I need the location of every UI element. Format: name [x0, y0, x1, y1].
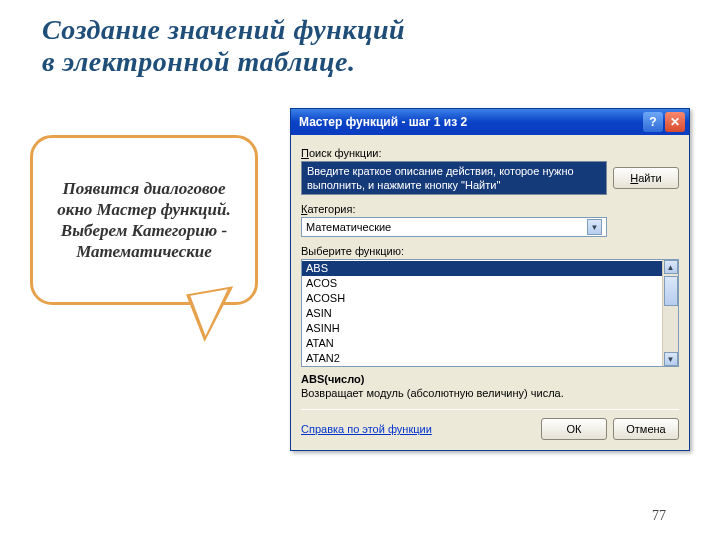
- list-item[interactable]: ATAN2: [302, 351, 678, 366]
- callout-tail: [186, 286, 242, 344]
- callout-text: Появится диалоговое окно Мастер функций.…: [49, 178, 239, 263]
- function-wizard-dialog: Мастер функций - шаг 1 из 2 ? ✕ Поиск фу…: [290, 108, 690, 451]
- instruction-callout: Появится диалоговое окно Мастер функций.…: [30, 135, 258, 305]
- function-signature: ABS(число): [301, 373, 679, 385]
- function-description: Возвращает модуль (абсолютную величину) …: [301, 387, 679, 399]
- scroll-down-icon[interactable]: ▼: [664, 352, 678, 366]
- list-item[interactable]: ATAN: [302, 336, 678, 351]
- category-select[interactable]: Математические ▼: [301, 217, 607, 237]
- search-input[interactable]: Введите краткое описание действия, котор…: [301, 161, 607, 195]
- dialog-titlebar[interactable]: Мастер функций - шаг 1 из 2 ? ✕: [291, 109, 689, 135]
- category-value: Математические: [306, 221, 391, 233]
- chevron-down-icon[interactable]: ▼: [587, 219, 602, 235]
- dialog-title: Мастер функций - шаг 1 из 2: [299, 115, 467, 129]
- find-button-rest: айти: [638, 172, 661, 184]
- list-item[interactable]: ABS: [302, 261, 678, 276]
- page-number: 77: [652, 508, 666, 524]
- search-label-rest: оиск функции:: [309, 147, 382, 159]
- function-listbox[interactable]: ABS ACOS ACOSH ASIN ASINH ATAN ATAN2 ▲ ▼: [301, 259, 679, 367]
- help-link[interactable]: Справка по этой функции: [301, 423, 535, 435]
- search-label: Поиск функции:: [301, 147, 679, 159]
- category-label: Категория:: [301, 203, 679, 215]
- slide-title-line1: Создание значений функций: [42, 14, 720, 46]
- scroll-up-icon[interactable]: ▲: [664, 260, 678, 274]
- ok-button[interactable]: ОК: [541, 418, 607, 440]
- slide-title: Создание значений функций в электронной …: [0, 0, 720, 78]
- scroll-thumb[interactable]: [664, 276, 678, 306]
- list-item[interactable]: ACOS: [302, 276, 678, 291]
- select-function-label: Выберите функцию:: [301, 245, 679, 257]
- help-icon[interactable]: ?: [643, 112, 663, 132]
- list-item[interactable]: ACOSH: [302, 291, 678, 306]
- close-icon[interactable]: ✕: [665, 112, 685, 132]
- list-item[interactable]: ASINH: [302, 321, 678, 336]
- slide-title-line2: в электронной таблице.: [42, 46, 720, 78]
- scrollbar[interactable]: ▲ ▼: [662, 260, 678, 366]
- cancel-button[interactable]: Отмена: [613, 418, 679, 440]
- find-button[interactable]: Найти: [613, 167, 679, 189]
- list-item[interactable]: ASIN: [302, 306, 678, 321]
